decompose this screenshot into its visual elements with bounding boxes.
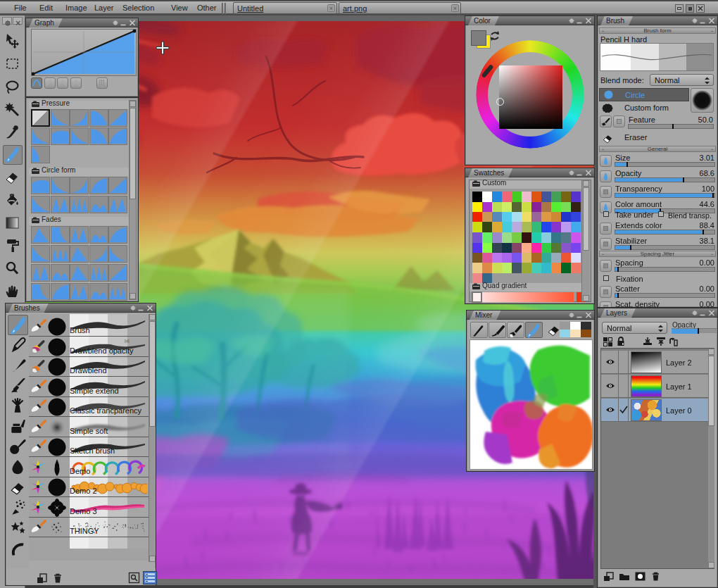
svg-text:[d]: [d] xyxy=(125,339,130,343)
